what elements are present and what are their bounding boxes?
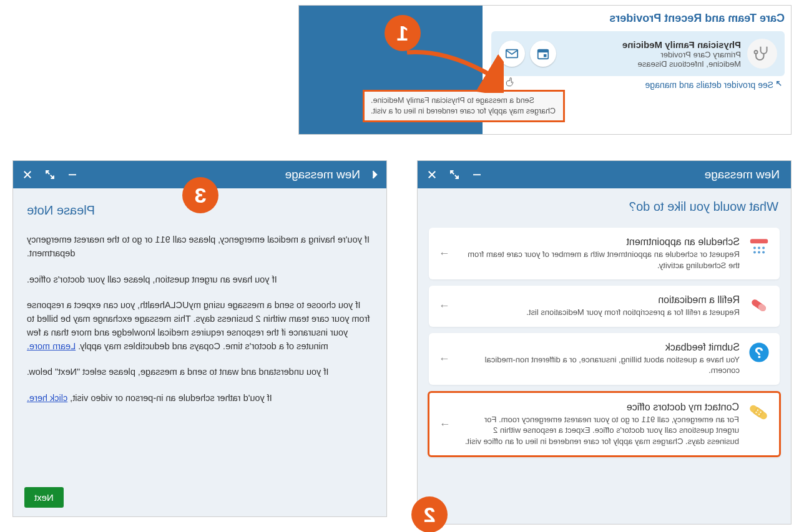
option-title: Submit feedback [459,342,740,353]
option-title: Schedule an appointment [459,236,740,248]
bandage-icon [748,402,769,423]
provider-specialty: Medicine, Infectious Disease [622,59,741,69]
panel2-question: What would you like to do? [418,188,791,221]
learn-more-link[interactable]: Learn more. [27,341,76,351]
provider-name: Physician Family Medicine [622,39,741,50]
step-badge-2: 2 [411,496,448,532]
option-title: Contact my doctors office [459,402,739,413]
svg-point-11 [762,251,765,254]
minimize-icon[interactable] [471,169,483,180]
schedule-icon[interactable] [530,41,556,67]
new-message-options-panel: New message What would you like to do? S… [417,160,792,525]
svg-rect-24 [69,174,76,175]
step-badge-1: 1 [385,15,421,51]
svg-text:?: ? [755,344,764,360]
svg-point-12 [758,251,760,254]
option-desc: Request a refill for a prescription from… [459,307,740,318]
click-here-link[interactable]: click here. [27,393,67,403]
svg-rect-3 [544,54,547,57]
see-provider-details-link[interactable]: See provider details and manage [645,80,785,90]
chevron-right-icon: → [439,299,450,312]
option-submit-feedback[interactable]: ? Submit feedback You have a question ab… [429,333,780,385]
see-provider-details-text: See provider details and manage [645,80,773,90]
back-arrow-icon[interactable] [368,168,380,181]
svg-point-9 [758,246,760,249]
note-paragraph-2: If you have an urgent question, please c… [27,273,373,287]
care-team-panel: Care Team and Recent Providers Physician… [298,5,792,135]
note-paragraph-5: If you'd rather schedule an in-person or… [27,392,373,405]
question-icon: ? [748,342,770,363]
step-badge-3: 3 [182,177,218,213]
tooltip-line2: Charges may apply for care rendered in l… [371,106,557,117]
svg-rect-5 [473,174,481,175]
svg-point-8 [762,246,765,249]
chevron-right-icon: → [439,352,450,365]
note-paragraph-4: If you understand and want to send a mes… [27,365,373,379]
expand-icon[interactable] [44,169,56,180]
option-title: Refill a medication [459,294,740,306]
option-schedule-appointment[interactable]: Schedule an appointment Request or sched… [429,228,780,279]
pill-icon [748,294,770,316]
option-desc: Request or schedule an appointment with … [459,249,740,271]
svg-point-10 [753,246,756,249]
care-team-left: Care Team and Recent Providers Physician… [483,6,791,134]
tooltip-line1: Send a message to Physician Family Medic… [371,95,557,106]
provider-role: Primary Care Provider [622,50,741,59]
calendar-icon [748,236,770,258]
care-team-title: Care Team and Recent Providers [491,12,785,25]
note-paragraph-1: If you're having a medical emergency, pl… [27,233,373,261]
svg-point-0 [755,51,758,54]
please-note-panel: New message Please Note If you're having… [12,160,387,517]
chevron-right-icon: → [439,418,451,431]
option-refill-medication[interactable]: Refill a medication Request a refill for… [429,286,780,327]
note-paragraph-3: If you choose to send a message using my… [27,299,373,353]
chevron-right-icon: → [439,247,450,260]
minimize-icon[interactable] [67,169,78,180]
svg-rect-2 [538,50,549,53]
provider-card[interactable]: Physician Family Medicine Primary Care P… [491,31,785,76]
cursor-hand-icon [504,75,516,88]
close-icon[interactable] [22,169,33,180]
stethoscope-icon [747,39,777,69]
expand-icon[interactable] [449,169,460,180]
option-desc: For an emergency, call 911 or go to your… [459,414,739,447]
message-tooltip: Send a message to Physician Family Medic… [363,90,565,122]
please-note-body: Please Note If you're having a medical e… [13,188,386,405]
callout-arrow [391,43,504,93]
panel3-title: New message [78,168,360,181]
option-desc: You have a question about billing, insur… [459,354,740,376]
close-icon[interactable] [426,169,438,180]
svg-point-13 [753,251,756,254]
panel2-header: New message [418,161,791,188]
svg-rect-7 [750,239,768,243]
panel2-title: New message [483,168,780,181]
option-contact-doctors-office[interactable]: Contact my doctors office For an emergen… [428,391,781,458]
provider-text: Physician Family Medicine Primary Care P… [622,39,741,69]
next-button[interactable]: Next [24,487,64,508]
